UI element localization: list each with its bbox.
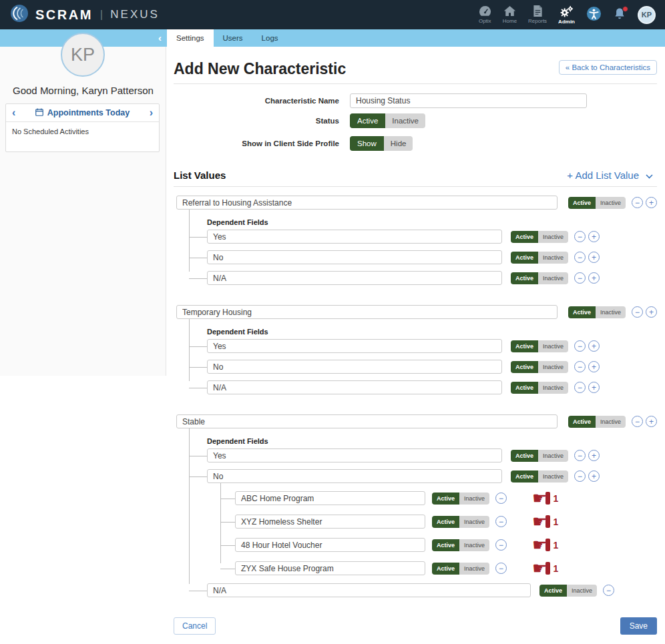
add-field-button[interactable]: +	[588, 231, 600, 242]
inactive-option[interactable]: Inactive	[538, 382, 568, 394]
active-option[interactable]: Active	[432, 493, 459, 505]
add-list-value-button[interactable]: + Add List Value	[563, 169, 657, 182]
remove-list-value-button[interactable]: −	[632, 306, 643, 318]
active-option[interactable]: Active	[511, 272, 538, 284]
sub-field-input[interactable]	[235, 538, 425, 552]
nav-reports[interactable]: Reports	[528, 5, 547, 24]
dependent-field-input[interactable]	[207, 469, 502, 483]
active-option[interactable]: Active	[568, 306, 596, 318]
list-value-input[interactable]	[176, 305, 558, 319]
dependent-field-input[interactable]	[207, 339, 502, 353]
sub-field-input[interactable]	[235, 491, 425, 505]
active-option[interactable]: Active	[511, 361, 538, 373]
tab-logs[interactable]: Logs	[252, 29, 288, 47]
profile-show-option[interactable]: Show	[350, 136, 384, 151]
inactive-option[interactable]: Inactive	[538, 231, 568, 243]
remove-field-button[interactable]: −	[495, 563, 507, 574]
inactive-option[interactable]: Inactive	[459, 516, 489, 528]
remove-field-button[interactable]: −	[574, 382, 586, 393]
dependent-field-input[interactable]	[207, 230, 502, 244]
active-option[interactable]: Active	[432, 516, 459, 528]
profile-hide-option[interactable]: Hide	[384, 136, 413, 151]
dependent-fields-label: Dependent Fields	[207, 328, 657, 336]
active-option[interactable]: Active	[432, 563, 459, 575]
inactive-option[interactable]: Inactive	[538, 470, 568, 482]
avatar[interactable]: KP	[638, 6, 656, 24]
add-dependent-button[interactable]: +	[646, 306, 657, 318]
remove-field-button[interactable]: −	[495, 493, 507, 504]
remove-field-button[interactable]: −	[574, 361, 586, 372]
add-field-button[interactable]: +	[588, 450, 600, 461]
inactive-option[interactable]: Inactive	[459, 563, 489, 575]
tab-settings[interactable]: Settings	[167, 29, 214, 47]
cancel-button[interactable]: Cancel	[174, 617, 216, 635]
add-dependent-button[interactable]: +	[646, 416, 657, 427]
inactive-option[interactable]: Inactive	[538, 361, 568, 373]
active-option[interactable]: Active	[511, 252, 538, 264]
add-field-button[interactable]: +	[588, 470, 600, 482]
inactive-option[interactable]: Inactive	[538, 450, 568, 462]
sub-field-input[interactable]	[235, 561, 425, 575]
inactive-option[interactable]: Inactive	[596, 306, 626, 318]
inactive-option[interactable]: Inactive	[538, 340, 568, 352]
save-button[interactable]: Save	[620, 617, 657, 635]
remove-field-button[interactable]: −	[574, 272, 586, 284]
nav-admin[interactable]: Admin	[558, 5, 575, 25]
remove-field-button[interactable]: −	[495, 539, 507, 551]
dependent-field-input[interactable]	[207, 360, 502, 374]
nav-home[interactable]: Home	[503, 5, 517, 24]
inactive-option[interactable]: Inactive	[538, 272, 568, 284]
remove-list-value-button[interactable]: −	[632, 197, 643, 208]
inactive-option[interactable]: Inactive	[459, 493, 489, 505]
characteristic-name-input[interactable]	[350, 93, 587, 108]
remove-field-button[interactable]: −	[574, 252, 586, 263]
tab-users[interactable]: Users	[214, 29, 252, 47]
remove-field-button[interactable]: −	[574, 340, 586, 352]
notifications-button[interactable]	[613, 7, 626, 23]
add-field-button[interactable]: +	[588, 272, 600, 284]
add-field-button[interactable]: +	[588, 382, 600, 393]
active-option[interactable]: Active	[539, 585, 567, 597]
sidebar-collapse-chevron-icon[interactable]: ‹	[154, 32, 166, 43]
sub-field-input[interactable]	[235, 515, 425, 529]
remove-field-button[interactable]: −	[574, 450, 586, 461]
inactive-option[interactable]: Inactive	[459, 539, 489, 551]
active-option[interactable]: Active	[511, 470, 538, 482]
add-field-button[interactable]: +	[588, 340, 600, 352]
dependent-field-input[interactable]	[207, 271, 502, 285]
inactive-option[interactable]: Inactive	[596, 416, 626, 428]
remove-field-button[interactable]: −	[574, 231, 586, 242]
active-option[interactable]: Active	[511, 382, 538, 394]
back-to-characteristics-button[interactable]: « Back to Characteristics	[559, 60, 657, 75]
accessibility-button[interactable]	[586, 6, 602, 23]
remove-list-value-button[interactable]: −	[632, 416, 643, 427]
inactive-option[interactable]: Inactive	[596, 197, 626, 209]
dependent-field-input[interactable]	[207, 448, 502, 462]
dependent-field-input[interactable]	[207, 583, 531, 597]
next-day-chevron-icon[interactable]: ›	[150, 107, 153, 118]
inactive-option[interactable]: Inactive	[538, 252, 568, 264]
status-inactive-option[interactable]: Inactive	[385, 113, 425, 128]
active-option[interactable]: Active	[568, 416, 596, 428]
list-value-input[interactable]	[176, 196, 558, 210]
active-option[interactable]: Active	[511, 231, 538, 243]
remove-field-button[interactable]: −	[603, 585, 614, 596]
status-active-option[interactable]: Active	[350, 113, 385, 128]
previous-day-chevron-icon[interactable]: ‹	[12, 107, 15, 118]
active-option[interactable]: Active	[511, 450, 538, 462]
remove-field-button[interactable]: −	[574, 470, 586, 482]
active-option[interactable]: Active	[568, 197, 596, 209]
active-option[interactable]: Active	[511, 340, 538, 352]
dependent-field-row: Active Inactive − +	[207, 339, 657, 353]
remove-field-button[interactable]: −	[495, 516, 507, 527]
add-field-button[interactable]: +	[588, 361, 600, 372]
active-option[interactable]: Active	[432, 539, 459, 551]
add-field-button[interactable]: +	[588, 252, 600, 263]
dependent-field-input[interactable]	[207, 250, 502, 264]
dependent-field-input[interactable]	[207, 380, 502, 394]
nav-optix[interactable]: Optix	[479, 5, 491, 24]
brand-logo: SCRAM | NEXUS	[9, 3, 160, 26]
inactive-option[interactable]: Inactive	[567, 585, 597, 597]
list-value-input[interactable]	[176, 414, 558, 428]
add-dependent-button[interactable]: +	[646, 197, 657, 208]
